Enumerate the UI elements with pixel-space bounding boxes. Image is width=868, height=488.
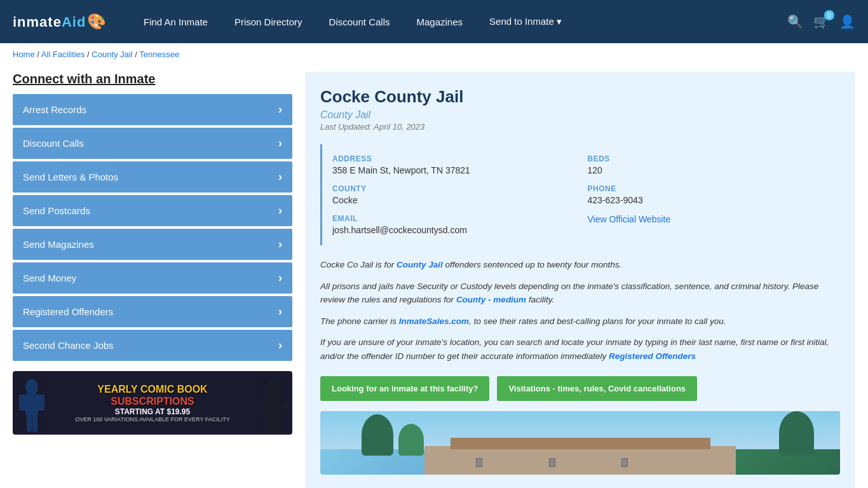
svg-rect-10: [268, 414, 273, 432]
sidebar-item-label: Second Chance Jobs: [23, 340, 114, 351]
svg-marker-8: [259, 395, 267, 412]
chevron-right-icon: ›: [278, 271, 282, 285]
sidebar-item-send-magazines[interactable]: Send Magazines ›: [13, 229, 292, 260]
phone-label: PHONE: [588, 184, 831, 193]
sidebar-item-label: Send Letters & Photos: [23, 172, 118, 182]
sidebar-item-label: Send Money: [23, 273, 76, 283]
svg-marker-9: [280, 395, 287, 412]
logo[interactable]: inmateAid🎨: [13, 13, 107, 30]
chevron-right-icon: ›: [278, 238, 282, 251]
tree-left-icon: [362, 414, 393, 456]
breadcrumb: Home / All Facilities / County Jail / Te…: [0, 43, 868, 65]
main-layout: Connect with an Inmate Arrest Records › …: [0, 65, 868, 488]
sidebar-item-send-postcards[interactable]: Send Postcards ›: [13, 195, 292, 226]
nav-magazines[interactable]: Magazines: [406, 11, 473, 32]
facility-name: Cocke County Jail: [320, 87, 840, 107]
superhero-right-icon: [257, 377, 289, 435]
sidebar-item-discount-calls[interactable]: Discount Calls ›: [13, 128, 292, 159]
beds-value: 120: [588, 165, 831, 175]
beds-label: BEDS: [588, 154, 831, 163]
svg-rect-7: [267, 393, 280, 416]
beds-block: BEDS 120: [588, 154, 831, 175]
address-value: 358 E Main St, Newport, TN 37821: [332, 165, 575, 175]
user-icon[interactable]: 👤: [839, 14, 855, 29]
chevron-right-icon: ›: [278, 305, 282, 318]
address-label: ADDRESS: [332, 154, 575, 163]
county-value: Cocke: [332, 195, 575, 205]
description-3: The phone carrier is InmateSales.com, to…: [320, 315, 840, 329]
sidebar-item-arrest-records[interactable]: Arrest Records ›: [13, 94, 292, 125]
svg-rect-4: [27, 414, 32, 432]
ad-banner[interactable]: YEARLY COMIC BOOK SUBSCRIPTIONS STARTING…: [13, 371, 292, 435]
sidebar-item-send-money[interactable]: Send Money ›: [13, 262, 292, 294]
sidebar-item-label: Discount Calls: [23, 138, 84, 149]
description-2: All prisons and jails have Security or C…: [320, 280, 840, 307]
chevron-right-icon: ›: [278, 170, 282, 184]
breadcrumb-county-jail[interactable]: County Jail: [92, 50, 132, 59]
sidebar-menu: Arrest Records › Discount Calls › Send L…: [13, 94, 292, 361]
sidebar-title: Connect with an Inmate: [13, 72, 292, 86]
search-icon[interactable]: 🔍: [787, 14, 803, 29]
visitations-button[interactable]: Visitations - times, rules, Covid cancel…: [497, 376, 697, 401]
last-updated: Last Updated: April 10, 2023: [320, 122, 840, 132]
nav-right: 🔍 🛒 0 👤: [787, 14, 855, 29]
tree-right-icon: [779, 411, 814, 456]
svg-rect-5: [32, 414, 37, 432]
svg-point-6: [267, 379, 280, 395]
nav-prison-directory[interactable]: Prison Directory: [224, 11, 313, 32]
svg-rect-11: [274, 414, 279, 432]
sidebar-item-second-chance-jobs[interactable]: Second Chance Jobs ›: [13, 330, 292, 361]
sidebar-item-send-letters-photos[interactable]: Send Letters & Photos ›: [13, 161, 292, 193]
county-block: COUNTY Cocke: [332, 184, 575, 205]
info-grid: ADDRESS 358 E Main St, Newport, TN 37821…: [322, 144, 840, 245]
nav-send-to-inmate[interactable]: Send to Inmate ▾: [479, 11, 572, 32]
ad-variations: OVER 100 VARIATIONS AVAILABLE FOR EVERY …: [75, 416, 230, 423]
description-4: If you are unsure of your inmate's locat…: [320, 336, 840, 363]
sidebar-item-label: Send Postcards: [23, 205, 90, 216]
svg-rect-1: [25, 393, 38, 416]
official-website-link[interactable]: View Official Website: [588, 214, 671, 224]
chevron-right-icon: ›: [278, 103, 282, 116]
registered-offenders-link[interactable]: Registered Offenders: [609, 351, 696, 361]
website-block: View Official Website: [588, 214, 831, 235]
email-label: EMAIL: [332, 214, 575, 223]
chevron-right-icon: ›: [278, 137, 282, 150]
description-1: Cocke Co Jail is for County Jail offende…: [320, 258, 840, 272]
county-jail-link-1[interactable]: County Jail: [397, 260, 443, 269]
sidebar-item-label: Arrest Records: [23, 104, 86, 115]
nav-discount-calls[interactable]: Discount Calls: [319, 11, 400, 32]
facility-type: County Jail: [320, 109, 840, 121]
inmate-sales-link[interactable]: InmateSales.com: [399, 316, 469, 326]
action-buttons: Looking for an inmate at this facility? …: [320, 376, 840, 401]
breadcrumb-all-facilities[interactable]: All Facilities: [41, 50, 85, 59]
sidebar-item-label: Registered Offenders: [23, 306, 113, 317]
sidebar-item-registered-offenders[interactable]: Registered Offenders ›: [13, 296, 292, 327]
logo-area: inmateAid🎨: [13, 13, 114, 30]
sidebar-item-label: Send Magazines: [23, 239, 94, 250]
ad-content: YEARLY COMIC BOOK SUBSCRIPTIONS STARTING…: [75, 383, 230, 423]
breadcrumb-home[interactable]: Home: [13, 50, 35, 59]
info-divider: ADDRESS 358 E Main St, Newport, TN 37821…: [320, 144, 840, 245]
cart-icon[interactable]: 🛒 0: [813, 14, 829, 29]
building-icon: [424, 446, 736, 475]
window-icon: [476, 458, 482, 467]
email-block: EMAIL josh.hartsell@cockecountysd.com: [332, 214, 575, 235]
ad-title: YEARLY COMIC BOOK SUBSCRIPTIONS: [75, 383, 230, 407]
building-roof-icon: [451, 438, 710, 449]
phone-value: 423-623-9043: [588, 195, 831, 205]
nav-find-inmate[interactable]: Find An Inmate: [133, 11, 218, 32]
ad-price: STARTING AT $19.95: [75, 407, 230, 416]
window-icon: [549, 458, 555, 467]
email-value: josh.hartsell@cockecountysd.com: [332, 225, 575, 235]
phone-block: PHONE 423-623-9043: [588, 184, 831, 205]
cart-badge: 0: [824, 10, 834, 20]
svg-point-0: [25, 379, 38, 395]
breadcrumb-tennessee[interactable]: Tennessee: [139, 50, 179, 59]
svg-rect-3: [37, 395, 44, 410]
county-medium-link[interactable]: County - medium: [456, 295, 526, 304]
svg-rect-2: [19, 395, 27, 410]
looking-for-inmate-button[interactable]: Looking for an inmate at this facility?: [320, 376, 489, 401]
tree-left2-icon: [398, 424, 424, 456]
address-block: ADDRESS 358 E Main St, Newport, TN 37821: [332, 154, 575, 175]
chevron-right-icon: ›: [278, 204, 282, 217]
